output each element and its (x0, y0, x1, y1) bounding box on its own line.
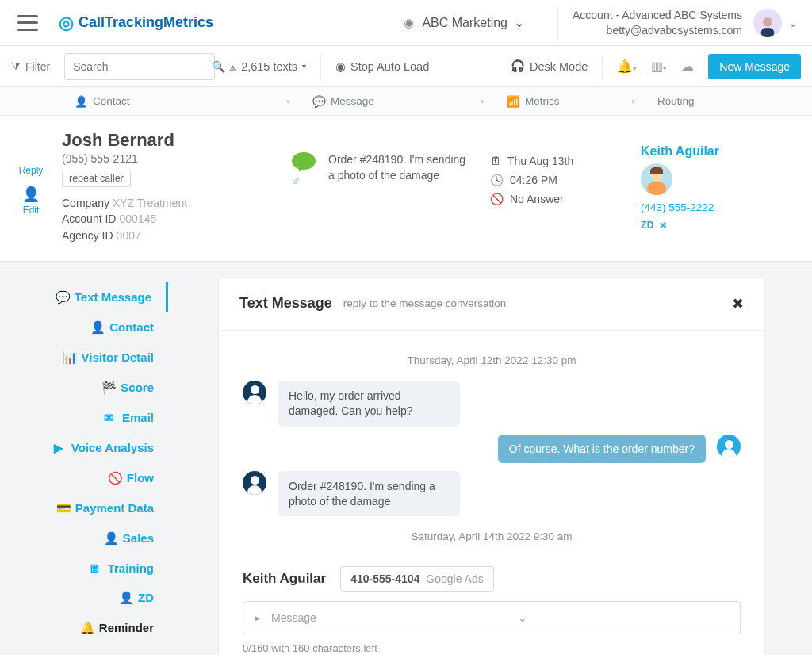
last-message-text: Order #248190. I'm sending a photo of th… (328, 152, 471, 183)
sidebar-item-sales[interactable]: 👤Sales (0, 523, 168, 553)
col-contact[interactable]: 👤 Contact ▾ (63, 95, 301, 108)
speech-icon (292, 152, 316, 171)
play-icon: ▶ (52, 441, 65, 455)
panel-header: Text Message reply to the message conver… (219, 278, 764, 331)
compose-box[interactable]: ▸ Message ⌄ (243, 601, 741, 634)
card-icon: 💳 (56, 501, 69, 515)
bell-icon: 🔔 (80, 621, 93, 635)
chevron-down-icon[interactable]: ⌄ (316, 611, 729, 624)
col-routing[interactable]: Routing (646, 95, 812, 107)
sidebar-item-email[interactable]: ✉Email (0, 403, 168, 433)
sidebar-item-label: Voice Analysis (71, 441, 154, 454)
sidebar-item-label: Email (122, 411, 154, 424)
sidebar-item-contact[interactable]: 👤Contact (0, 312, 168, 343)
sidebar-item-voice-analysis[interactable]: ▶Voice Analysis (0, 433, 168, 463)
sidebar-item-label: Payment Data (75, 501, 154, 515)
sidebar-item-label: Contact (109, 320, 154, 334)
customer-avatar-icon (243, 381, 266, 404)
sidebar-item-score[interactable]: 🏁Score (0, 373, 168, 403)
sidebar-item-zd[interactable]: 👤ZD (0, 583, 168, 613)
clock-icon: 🕓 (490, 171, 504, 190)
text-message-panel: Text Message reply to the message conver… (219, 278, 764, 655)
panels-icon[interactable]: ▥▾ (651, 59, 667, 74)
thread-date-2: Saturday, April 14th 2022 9:30 am (243, 531, 741, 542)
desk-mode-button[interactable]: 🎧 Desk Mode (511, 59, 588, 73)
record-message: ♂ Order #248190. I'm sending a photo of … (292, 130, 490, 243)
record-contact: Josh Bernard (955) 555-2121 repeat calle… (62, 130, 292, 243)
chevron-down-icon: ⌄ (514, 15, 524, 30)
filter-label: Filter (25, 60, 50, 73)
col-routing-label: Routing (657, 95, 695, 107)
sidebar-item-label: Training (108, 561, 154, 575)
bars-icon: 📶 (507, 95, 520, 108)
account-menu-caret-icon[interactable]: ⌄ (788, 17, 798, 29)
svg-point-0 (763, 17, 772, 27)
contact-tag[interactable]: repeat caller (62, 170, 131, 187)
agent-tag[interactable]: ZD (641, 220, 654, 231)
reply-link[interactable]: Reply (0, 165, 62, 176)
stop-autoload-button[interactable]: ◉ Stop Auto Load (335, 60, 429, 73)
record-row: Reply 👤 Edit Josh Bernard (955) 555-2121… (0, 116, 812, 262)
detail-sidebar: 💬Text Message👤Contact📊Visitor Detail🏁Sco… (0, 278, 168, 655)
top-header: ◎ CallTrackingMetrics ◉ ABC Marketing ⌄ … (0, 0, 812, 46)
company-val: XYZ Treatment (113, 197, 187, 209)
account-selector-label: ABC Marketing (422, 16, 508, 30)
sidebar-item-flow[interactable]: 🚫Flow (0, 463, 168, 493)
search-input-wrap[interactable]: 🔍 (64, 53, 215, 80)
chart-icon: ⟁ (229, 60, 236, 73)
agent-avatar-icon (717, 435, 741, 458)
bell-icon[interactable]: 🔔▾ (617, 59, 637, 74)
sidebar-item-label: ZD (138, 591, 154, 604)
desk-mode-label: Desk Mode (530, 60, 588, 73)
inbound-bubble: Order #248190. I'm sending a photo of th… (278, 471, 460, 517)
eye-icon: ◉ (404, 16, 414, 30)
col-metrics[interactable]: 📶 Metrics ▾ (496, 95, 646, 108)
record-status: No Answer (510, 190, 564, 209)
thread-row-inbound: Hello, my order arrived damaged. Can you… (243, 381, 741, 427)
col-message[interactable]: 💬 Message ▾ (301, 95, 496, 108)
svg-rect-3 (647, 182, 666, 195)
person-icon: 👤 (75, 95, 88, 108)
expand-icon[interactable]: ▸ (255, 611, 260, 624)
account-selector[interactable]: ABC Marketing ⌄ (422, 15, 524, 30)
record-date: Thu Aug 13th (508, 152, 573, 171)
contact-phone: (955) 555-2121 (62, 152, 292, 165)
sidebar-item-label: Flow (127, 471, 154, 485)
stop-autoload-label: Stop Auto Load (350, 60, 429, 73)
reply-agent-name: Keith Aguilar (243, 571, 326, 587)
sidebar-item-text-message[interactable]: 💬Text Message (0, 282, 168, 312)
sidebar-item-payment-data[interactable]: 💳Payment Data (0, 493, 168, 523)
account-val: 000145 (119, 213, 156, 225)
agent-name-link[interactable]: Keith Aguilar (641, 144, 812, 159)
sidebar-item-visitor-detail[interactable]: 📊Visitor Detail (0, 343, 168, 373)
sidebar-item-label: Sales (123, 531, 154, 545)
new-message-button[interactable]: New Message (708, 54, 801, 79)
filter-button[interactable]: ⧩ Filter (11, 59, 50, 73)
person-icon: 👤 (0, 186, 62, 203)
lower-pane: 💬Text Message👤Contact📊Visitor Detail🏁Sco… (0, 262, 812, 655)
sidebar-item-label: Reminder (99, 621, 154, 634)
col-message-label: Message (331, 95, 374, 107)
search-input[interactable] (73, 60, 212, 73)
filter-icon: ⧩ (11, 59, 21, 73)
compose-placeholder: Message (271, 611, 316, 624)
sidebar-item-reminder[interactable]: 🔔Reminder (0, 613, 168, 643)
logo-text: CallTrackingMetrics (79, 14, 213, 31)
agent-phone-link[interactable]: (443) 555-2222 (641, 201, 812, 213)
app-logo[interactable]: ◎ CallTrackingMetrics (59, 13, 213, 33)
cloud-icon[interactable]: ☁ (681, 59, 694, 74)
texts-count-dropdown[interactable]: ⟁ 2,615 texts ▾ (229, 60, 306, 73)
reply-number-select[interactable]: 410-555-4104 Google Ads (340, 566, 494, 592)
shuffle-icon[interactable]: ⤭ (659, 220, 668, 231)
noentry-icon: 🚫 (108, 471, 121, 485)
inbound-bubble: Hello, my order arrived damaged. Can you… (278, 381, 460, 427)
doc-icon: 🗎 (89, 561, 102, 575)
menu-icon[interactable] (17, 15, 38, 31)
user-avatar[interactable] (753, 9, 782, 37)
edit-link[interactable]: Edit (0, 205, 62, 216)
mail-icon: ✉ (103, 411, 116, 425)
message-thread: Thursday, April 12th 2022 12:30 pm Hello… (219, 331, 764, 564)
sidebar-item-training[interactable]: 🗎Training (0, 553, 168, 583)
close-icon[interactable]: ✖ (732, 295, 744, 312)
texts-count-label: 2,615 texts (241, 60, 297, 73)
